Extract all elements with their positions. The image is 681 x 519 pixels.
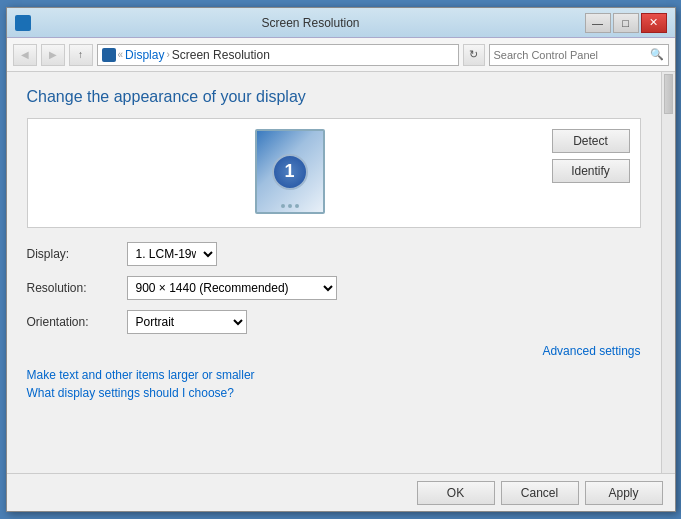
footer-bar: OK Cancel Apply: [7, 473, 675, 511]
apply-button[interactable]: Apply: [585, 481, 663, 505]
advanced-link-row: Advanced settings: [27, 344, 641, 358]
links-section: Make text and other items larger or smal…: [27, 368, 641, 400]
display-label: Display:: [27, 247, 127, 261]
up-button[interactable]: ↑: [69, 44, 93, 66]
detect-area: Detect Identify: [552, 129, 630, 183]
window-controls: — □ ✕: [585, 13, 667, 33]
display-preview-box: 1 Detect Identify: [27, 118, 641, 228]
dot1: [281, 204, 285, 208]
orientation-label: Orientation:: [27, 315, 127, 329]
monitor-graphic: 1: [255, 129, 325, 214]
orientation-field-row: Orientation: Portrait: [27, 310, 641, 334]
maximize-button[interactable]: □: [613, 13, 639, 33]
monitor-dots: [281, 204, 299, 208]
breadcrumb: « Display › Screen Resolution: [97, 44, 459, 66]
search-box: 🔍: [489, 44, 669, 66]
text-size-link[interactable]: Make text and other items larger or smal…: [27, 368, 641, 382]
advanced-settings-link[interactable]: Advanced settings: [542, 344, 640, 358]
back-button[interactable]: ◀: [13, 44, 37, 66]
identify-button[interactable]: Identify: [552, 159, 630, 183]
page-title: Change the appearance of your display: [27, 88, 641, 106]
breadcrumb-separator1: «: [118, 49, 124, 60]
detect-button[interactable]: Detect: [552, 129, 630, 153]
breadcrumb-display-link[interactable]: Display: [125, 48, 164, 62]
resolution-label: Resolution:: [27, 281, 127, 295]
content-area: Change the appearance of your display 1: [7, 72, 675, 473]
orientation-select[interactable]: Portrait: [127, 310, 247, 334]
display-select[interactable]: 1. LCM-19w4: [127, 242, 217, 266]
scrollbar-thumb[interactable]: [664, 74, 673, 114]
cancel-button[interactable]: Cancel: [501, 481, 579, 505]
monitor-number: 1: [284, 161, 294, 182]
search-input[interactable]: [494, 49, 650, 61]
main-content: Change the appearance of your display 1: [7, 72, 661, 473]
monitor-number-badge: 1: [272, 154, 308, 190]
close-button[interactable]: ✕: [641, 13, 667, 33]
ok-button[interactable]: OK: [417, 481, 495, 505]
title-bar: Screen Resolution — □ ✕: [7, 8, 675, 38]
screen-resolution-window: Screen Resolution — □ ✕ ◀ ▶ ↑ « Display …: [6, 7, 676, 512]
window-icon: [15, 15, 31, 31]
address-bar: ◀ ▶ ↑ « Display › Screen Resolution ↻ 🔍: [7, 38, 675, 72]
scrollbar[interactable]: [661, 72, 675, 473]
display-settings-link[interactable]: What display settings should I choose?: [27, 386, 641, 400]
refresh-button[interactable]: ↻: [463, 44, 485, 66]
minimize-button[interactable]: —: [585, 13, 611, 33]
window-title: Screen Resolution: [37, 16, 585, 30]
forward-button[interactable]: ▶: [41, 44, 65, 66]
monitor-area: 1: [38, 129, 542, 214]
breadcrumb-display-icon: [102, 48, 116, 62]
breadcrumb-current: Screen Resolution: [172, 48, 270, 62]
search-icon[interactable]: 🔍: [650, 48, 664, 61]
display-field-row: Display: 1. LCM-19w4: [27, 242, 641, 266]
dot3: [295, 204, 299, 208]
breadcrumb-arrow: ›: [166, 49, 169, 60]
resolution-field-row: Resolution: 900 × 1440 (Recommended): [27, 276, 641, 300]
dot2: [288, 204, 292, 208]
resolution-select[interactable]: 900 × 1440 (Recommended): [127, 276, 337, 300]
